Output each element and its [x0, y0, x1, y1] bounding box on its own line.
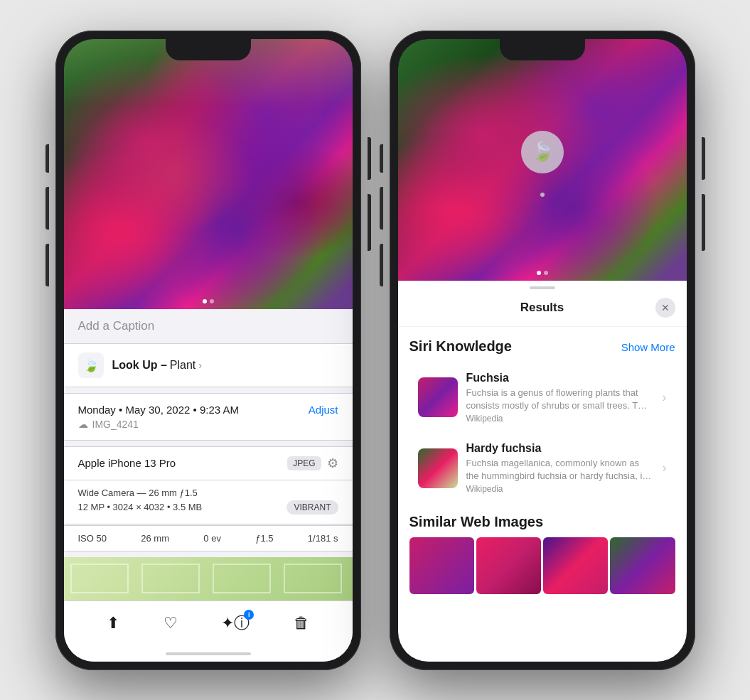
- map-preview[interactable]: [64, 557, 353, 601]
- camera-details: Wide Camera — 26 mm ƒ1.5 12 MP • 3024 × …: [64, 480, 353, 524]
- siri-knowledge-header: Siri Knowledge Show More: [409, 338, 675, 355]
- date-text: Monday • May 30, 2022 • 9:23 AM: [78, 404, 239, 416]
- page-dots: [203, 299, 214, 303]
- results-panel: Results ✕ Siri Knowledge Show More: [398, 281, 687, 662]
- similar-img-4[interactable]: [610, 537, 675, 594]
- volume-up-button[interactable]: [45, 187, 49, 230]
- badge-row: JPEG ⚙: [287, 456, 338, 471]
- fuchsia-text: Fuchsia Fuchsia is a genus of flowering …: [466, 372, 667, 424]
- home-bar: [166, 652, 251, 655]
- knowledge-item-fuchsia[interactable]: Fuchsia Fuchsia is a genus of flowering …: [409, 363, 675, 432]
- phone-1: Add a Caption 🍃 Look Up – Plant ›: [55, 31, 361, 670]
- page-dot-2: [210, 299, 214, 303]
- results-body: Siri Knowledge Show More Fuchsia Fuchsia…: [398, 327, 687, 662]
- phone-1-screen: Add a Caption 🍃 Look Up – Plant ›: [64, 39, 353, 662]
- mp-text: 12 MP • 3024 × 4032 • 3.5 MB: [78, 502, 203, 512]
- page-dots-2: [537, 271, 548, 275]
- share-icon[interactable]: ⬆: [107, 614, 119, 632]
- phone-2: 🍃 Results ✕: [390, 31, 695, 670]
- fuchsia-name: Fuchsia: [466, 372, 653, 384]
- exif-aperture: ƒ1.5: [255, 533, 273, 544]
- silent-switch[interactable]: [45, 144, 49, 173]
- metadata-section: Monday • May 30, 2022 • 9:23 AM Adjust ☁…: [64, 393, 353, 441]
- photo-info-panel: Add a Caption 🍃 Look Up – Plant ›: [64, 309, 353, 662]
- phone-1-content: Add a Caption 🍃 Look Up – Plant ›: [64, 39, 353, 662]
- vibrant-badge: VIBRANT: [286, 500, 338, 515]
- exif-focal: 26 mm: [141, 533, 169, 544]
- phone2-vol-down[interactable]: [380, 244, 383, 286]
- device-row: Apple iPhone 13 Pro JPEG ⚙: [64, 446, 353, 480]
- lookup-chevron: ›: [198, 360, 202, 371]
- similar-img-2[interactable]: [476, 537, 541, 594]
- leaf-icon: 🍃: [83, 357, 99, 373]
- flower-photo[interactable]: [64, 39, 353, 309]
- fuchsia-desc: Fuchsia is a genus of flowering plants t…: [466, 387, 653, 412]
- notch-2: [500, 39, 585, 60]
- lookup-text: Look Up – Plant ›: [112, 359, 202, 372]
- device-section: Apple iPhone 13 Pro JPEG ⚙: [64, 446, 353, 480]
- caption-input[interactable]: Add a Caption: [78, 319, 155, 333]
- page-dot-1: [203, 299, 207, 303]
- exif-iso: ISO 50: [78, 533, 107, 544]
- exif-ev: 0 ev: [203, 533, 221, 544]
- gear-icon[interactable]: ⚙: [327, 456, 338, 471]
- exif-shutter: 1/181 s: [308, 533, 338, 544]
- fuchsia-thumb-image: [418, 377, 458, 417]
- adjust-button[interactable]: Adjust: [309, 404, 338, 416]
- bottom-toolbar: ⬆ ♡ ✦ⓘ i 🗑: [64, 601, 353, 646]
- mp-row: 12 MP • 3024 × 4032 • 3.5 MB VIBRANT: [78, 500, 338, 515]
- volume-down-left-button[interactable]: [45, 244, 49, 286]
- info-badge: i: [244, 610, 254, 620]
- power-button[interactable]: [368, 137, 371, 180]
- show-more-button[interactable]: Show More: [621, 341, 675, 353]
- similar-img-1[interactable]: [409, 537, 474, 594]
- hardy-name: Hardy fuchsia: [466, 442, 653, 455]
- phone2-silent-switch[interactable]: [380, 144, 383, 173]
- caption-row[interactable]: Add a Caption: [64, 309, 353, 344]
- lookup-row[interactable]: 🍃 Look Up – Plant ›: [64, 344, 353, 387]
- results-handle: [398, 281, 687, 292]
- hardy-source: Wikipedia: [466, 484, 653, 494]
- lookup-bold: Look Up –: [112, 359, 167, 372]
- volume-down-button[interactable]: [368, 194, 371, 251]
- phone-2-content: 🍃 Results ✕: [398, 39, 687, 662]
- handle-bar: [530, 286, 555, 289]
- knowledge-item-hardy[interactable]: Hardy fuchsia Fuchsia magellanica, commo…: [409, 434, 675, 502]
- cloud-icon: ☁: [78, 419, 88, 430]
- phone2-vol-up[interactable]: [380, 187, 383, 230]
- siri-visual-lookup-bubble[interactable]: 🍃: [521, 131, 564, 173]
- similar-img-3[interactable]: [543, 537, 608, 594]
- similar-images-row: [409, 537, 675, 594]
- siri-leaf-icon: 🍃: [531, 141, 554, 163]
- results-title: Results: [429, 301, 655, 315]
- like-icon[interactable]: ♡: [164, 614, 178, 632]
- phone-2-screen: 🍃 Results ✕: [398, 39, 687, 662]
- phone2-power-button[interactable]: [702, 137, 705, 180]
- lookup-plain: Plant: [170, 359, 195, 372]
- camera-line-1: Wide Camera — 26 mm ƒ1.5: [78, 488, 338, 498]
- close-button[interactable]: ✕: [655, 298, 675, 318]
- similar-web-images-title: Similar Web Images: [409, 514, 675, 530]
- phone2-volume-button[interactable]: [702, 194, 705, 251]
- info-button[interactable]: ✦ⓘ i: [221, 613, 250, 634]
- delete-icon[interactable]: 🗑: [294, 614, 309, 632]
- hardy-thumbnail: [418, 448, 458, 488]
- filename-row: ☁ IMG_4241: [78, 419, 338, 430]
- jpeg-badge: JPEG: [287, 456, 321, 470]
- flower-photo-2[interactable]: 🍃: [398, 39, 687, 281]
- hardy-desc: Fuchsia magellanica, commonly known as t…: [466, 457, 653, 483]
- home-indicator: [64, 646, 353, 662]
- siri-knowledge-title: Siri Knowledge: [409, 338, 512, 355]
- date-row: Monday • May 30, 2022 • 9:23 AM Adjust: [78, 404, 338, 416]
- filename-text: IMG_4241: [92, 419, 139, 430]
- lookup-icon-wrap: 🍃: [78, 352, 104, 378]
- hardy-thumb-image: [418, 448, 458, 488]
- page-dot-2-1: [537, 271, 541, 275]
- exif-row: ISO 50 26 mm 0 ev ƒ1.5 1/181 s: [64, 525, 353, 551]
- hardy-text: Hardy fuchsia Fuchsia magellanica, commo…: [466, 442, 667, 494]
- fuchsia-source: Wikipedia: [466, 414, 653, 424]
- results-header: Results ✕: [398, 292, 687, 327]
- page-dot-2-2: [544, 271, 548, 275]
- notch: [166, 39, 251, 60]
- siri-bubble-dot: [540, 193, 545, 197]
